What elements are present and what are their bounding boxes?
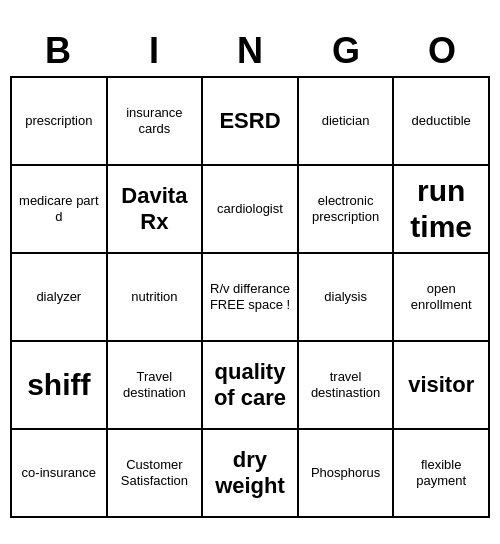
- bingo-cell: dietician: [299, 78, 395, 166]
- bingo-cell: medicare part d: [12, 166, 108, 254]
- bingo-header: BINGO: [10, 26, 490, 76]
- bingo-cell: Davita Rx: [108, 166, 204, 254]
- header-letter: B: [10, 26, 106, 76]
- bingo-cell: run time: [394, 166, 490, 254]
- bingo-cell: R/v differance FREE space !: [203, 254, 299, 342]
- bingo-cell: shiff: [12, 342, 108, 430]
- bingo-cell: travel destinastion: [299, 342, 395, 430]
- bingo-cell: quality of care: [203, 342, 299, 430]
- bingo-cell: ESRD: [203, 78, 299, 166]
- bingo-card: BINGO prescriptioninsurance cardsESRDdie…: [10, 26, 490, 518]
- bingo-cell: deductible: [394, 78, 490, 166]
- bingo-cell: insurance cards: [108, 78, 204, 166]
- bingo-cell: prescription: [12, 78, 108, 166]
- header-letter: N: [202, 26, 298, 76]
- header-letter: O: [394, 26, 490, 76]
- bingo-cell: dialyzer: [12, 254, 108, 342]
- bingo-cell: dry weight: [203, 430, 299, 518]
- bingo-cell: flexible payment: [394, 430, 490, 518]
- bingo-cell: open enrollment: [394, 254, 490, 342]
- bingo-cell: electronic prescription: [299, 166, 395, 254]
- bingo-cell: dialysis: [299, 254, 395, 342]
- bingo-cell: Customer Satisfaction: [108, 430, 204, 518]
- header-letter: G: [298, 26, 394, 76]
- bingo-cell: nutrition: [108, 254, 204, 342]
- bingo-cell: visitor: [394, 342, 490, 430]
- header-letter: I: [106, 26, 202, 76]
- bingo-cell: Travel destination: [108, 342, 204, 430]
- bingo-cell: Phosphorus: [299, 430, 395, 518]
- bingo-grid: prescriptioninsurance cardsESRDdietician…: [10, 76, 490, 518]
- bingo-cell: cardiologist: [203, 166, 299, 254]
- bingo-cell: co-insurance: [12, 430, 108, 518]
